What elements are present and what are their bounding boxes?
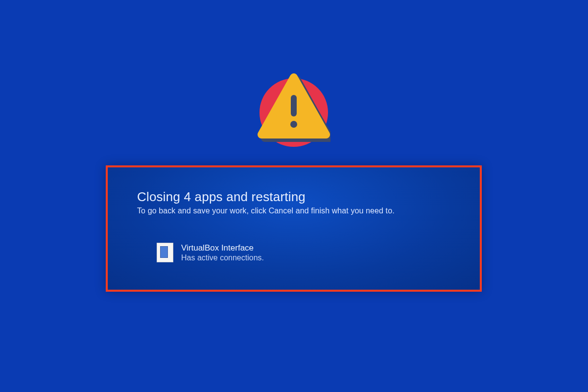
app-status: Has active connections.	[181, 254, 264, 262]
dialog-subtitle: To go back and save your work, click Can…	[137, 207, 450, 215]
dialog-title: Closing 4 apps and restarting	[137, 189, 450, 205]
svg-rect-2	[291, 95, 297, 116]
app-entry: VirtualBox Interface Has active connecti…	[137, 243, 450, 262]
app-text: VirtualBox Interface Has active connecti…	[181, 243, 264, 262]
dialog-content: Closing 4 apps and restarting To go back…	[108, 167, 480, 272]
restart-dialog: Closing 4 apps and restarting To go back…	[106, 165, 482, 292]
svg-point-3	[290, 121, 297, 128]
app-window-icon	[157, 243, 173, 262]
warning-badge	[257, 73, 330, 147]
warning-triangle-icon	[257, 73, 330, 147]
app-name: VirtualBox Interface	[181, 243, 264, 253]
